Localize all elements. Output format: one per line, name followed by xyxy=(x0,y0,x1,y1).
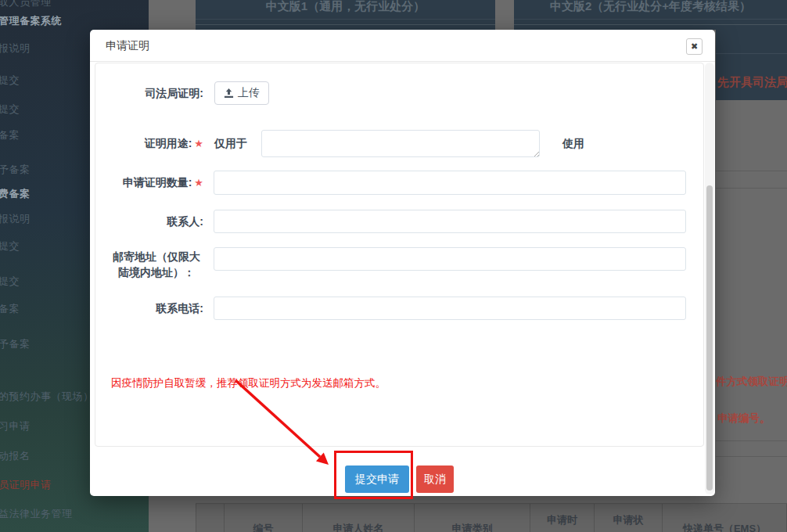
table-header-cell-6: 快递单号（EMS） xyxy=(663,504,787,532)
table-header-cell-5: 申请状态 xyxy=(595,504,663,532)
panel-cnv2: 中文版2（无行业处分+年度考核结果） xyxy=(514,0,787,30)
modal-scrollbar-track[interactable] xyxy=(705,63,714,494)
upload-icon xyxy=(224,88,234,99)
background-notice-fragment-low: 申请编号。 xyxy=(717,412,771,426)
table-header-cell-0 xyxy=(196,504,225,532)
panel-cnv1: 中文版1（通用，无行业处分） xyxy=(196,0,495,30)
close-icon[interactable]: ✖ xyxy=(686,38,703,55)
phone-input[interactable] xyxy=(214,297,686,320)
label-quantity: 申请证明数量:★ xyxy=(95,171,203,195)
sidebar-item-1[interactable]: 管理备案系统 xyxy=(0,14,155,28)
upload-button[interactable]: 上传 xyxy=(214,81,269,105)
modal-scrollbar-thumb[interactable] xyxy=(706,185,713,491)
top-panels-strip: 中文版1（通用，无行业处分） 中文版2（无行业处分+年度考核结果） xyxy=(149,0,787,30)
label-justice-cert: 司法局证明: xyxy=(95,81,203,105)
panel-cnv1-title: 中文版1（通用，无行业处分） xyxy=(196,0,495,14)
form-row-quantity: 申请证明数量:★ xyxy=(95,171,703,195)
covid-notice-text: 因疫情防护自取暂缓，推荐领取证明方式为发送邮箱方式。 xyxy=(111,376,386,390)
background-notice-fragment-mid: 件方式领取证明 xyxy=(716,375,787,389)
background-notice-fragment-dark: 先开具司法局证 xyxy=(717,75,787,90)
cancel-button[interactable]: 取消 xyxy=(416,466,454,493)
background-right-dark-panel: 先开具司法局证 xyxy=(716,30,787,100)
sidebar-item-0[interactable]: 取人员管理 xyxy=(0,0,155,9)
table-header-cell-2: 申请人姓名 xyxy=(303,504,415,532)
required-star: ★ xyxy=(194,138,203,149)
form-row-phone: 联系电话: xyxy=(95,297,703,320)
sidebar-item-17[interactable]: 益法律业务管理 xyxy=(0,507,155,521)
form-panel: 司法局证明: 上传 证明用途:★ 仅用于 使用 申请证明数量:★ 联系人: xyxy=(95,63,704,447)
modal-header: 申请证明 ✖ xyxy=(90,30,715,62)
contact-input[interactable] xyxy=(214,210,686,233)
table-header-cell-3: 申请类别 xyxy=(415,504,530,532)
page: { "sidebar": { "items": [ {"label": "取人员… xyxy=(0,0,787,532)
background-table-header: 编号申请人姓名申请类别申请时间申请状态快递单号（EMS） xyxy=(196,503,787,532)
modal-title: 申请证明 xyxy=(106,30,149,62)
address-input[interactable] xyxy=(214,247,686,271)
label-contact: 联系人: xyxy=(95,210,203,233)
apply-certificate-modal: 申请证明 ✖ 司法局证明: 上传 证明用途:★ 仅用于 使用 申请证明数量:★ xyxy=(90,30,715,496)
background-right-column: 先开具司法局证 件方式领取证明 申请编号。 xyxy=(716,30,787,532)
panel-cnv2-title: 中文版2（无行业处分+年度考核结果） xyxy=(514,0,787,14)
form-row-address: 邮寄地址（仅限大陆境内地址）： xyxy=(95,247,703,271)
form-row-purpose: 证明用途:★ 仅用于 使用 xyxy=(95,130,703,157)
quantity-input[interactable] xyxy=(214,171,686,195)
purpose-suffix-label: 使用 xyxy=(562,131,584,155)
form-row-justice-cert: 司法局证明: 上传 xyxy=(95,81,703,105)
form-row-contact: 联系人: xyxy=(95,210,703,233)
label-phone: 联系电话: xyxy=(95,297,203,320)
purpose-textarea[interactable] xyxy=(261,130,540,157)
submit-application-button[interactable]: 提交申请 xyxy=(345,466,409,493)
table-header-cell-4: 申请时间 xyxy=(530,504,595,532)
upload-button-label: 上传 xyxy=(238,86,260,100)
table-header-cell-1: 编号 xyxy=(225,504,303,532)
label-purpose: 证明用途:★ xyxy=(95,131,203,156)
purpose-prefix-label: 仅用于 xyxy=(214,131,247,155)
label-address: 邮寄地址（仅限大陆境内地址）： xyxy=(110,249,203,280)
required-star: ★ xyxy=(194,177,203,189)
